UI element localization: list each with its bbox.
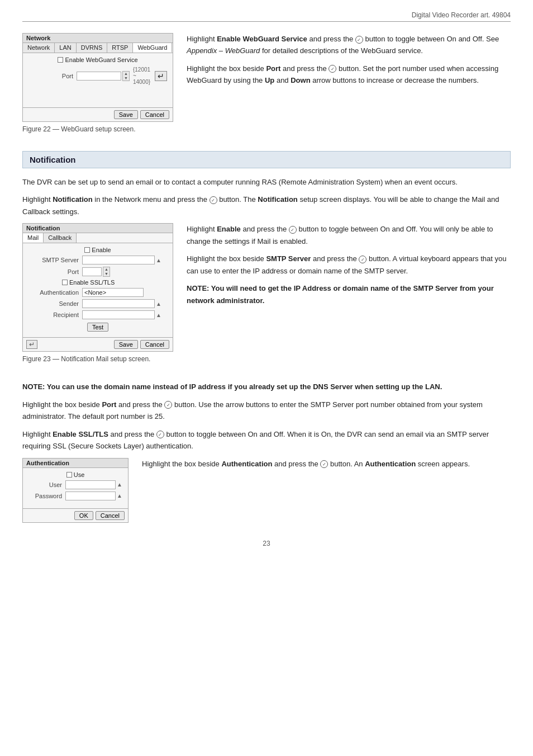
auth-desc-1: Highlight the box beside Authentication … <box>142 458 511 470</box>
notif-desc-1: Highlight Enable and press the ✓ button … <box>187 223 511 247</box>
auth-use-label: Use <box>74 471 85 478</box>
ok-icon-2: ✓ <box>329 65 336 73</box>
webguard-port-range: {12001 ~ 14000} <box>133 67 151 85</box>
notif-save-button[interactable]: Save <box>114 340 138 349</box>
auth-description: Highlight the box beside Authentication … <box>142 458 511 523</box>
auth-password-row: Password ▲ <box>28 492 122 500</box>
recipient-arrow-icon: ▲ <box>156 312 161 318</box>
page-header: Digital Video Recorder art. 49804 <box>22 11 511 22</box>
notification-tabs: Mail Callback <box>23 233 173 243</box>
auth-section: Authentication Use User ▲ Password ▲ <box>22 458 511 523</box>
ok-icon-6: ✓ <box>164 401 172 409</box>
notification-section: Notification Mail Callback Enable SMTP S… <box>22 223 511 372</box>
webguard-screen: Network Network LAN DVRNS RTSP WebGuard … <box>22 33 173 122</box>
auth-password-field[interactable] <box>65 492 116 500</box>
notif-stepper-up[interactable]: ▲ <box>103 267 110 272</box>
webguard-port-label: Port <box>28 73 73 79</box>
notification-content: Enable SMTP Server ▲ Port 25 ▲ ▼ <box>23 243 173 335</box>
ok-icon-8: ✓ <box>320 460 328 468</box>
webguard-port-row: Port 12088 ▲ ▼ {12001 ~ 14000} ↵ <box>28 67 167 85</box>
tab-webguard[interactable]: WebGuard <box>133 43 172 53</box>
auth-footer: OK Cancel <box>23 508 128 522</box>
webguard-content: Enable WebGuard Service Port 12088 ▲ ▼ {… <box>23 53 173 105</box>
notif-port-field: 25 ▲ ▼ <box>82 267 110 277</box>
webguard-desc-1: Highlight Enable WebGuard Service and pr… <box>187 33 511 57</box>
notif-test-button[interactable]: Test <box>87 323 108 332</box>
notif-desc-2: Highlight the box beside SMTP Server and… <box>187 253 511 277</box>
webguard-section: Network Network LAN DVRNS RTSP WebGuard … <box>22 33 511 142</box>
notification-figure-caption: Figure 23 — Notification Mail setup scre… <box>22 355 173 363</box>
notif-port-stepper[interactable]: ▲ ▼ <box>103 267 110 277</box>
auth-content: Use User ▲ Password ▲ <box>23 468 128 506</box>
notif-auth-row: Authentication <None> <box>28 288 167 297</box>
auth-password-label: Password <box>28 493 62 499</box>
webguard-back-arrow[interactable]: ↵ <box>155 71 167 81</box>
notif-ssl-desc: Highlight Enable SSL/TLS and press the ✓… <box>22 428 511 452</box>
webguard-cancel-button[interactable]: Cancel <box>140 110 169 119</box>
webguard-port-stepper[interactable]: ▲ ▼ <box>122 71 130 81</box>
auth-screen-title: Authentication <box>23 459 128 468</box>
notif-recipient-field[interactable] <box>82 310 155 319</box>
notif-port-row: Port 25 ▲ ▼ <box>28 267 167 277</box>
notif-ssl-label: Enable SSL/TLS <box>69 279 115 286</box>
webguard-port-field: 12088 ▲ ▼ {12001 ~ 14000} <box>77 67 151 85</box>
auth-cancel-button[interactable]: Cancel <box>96 511 125 520</box>
document-title: Digital Video Recorder art. 49804 <box>412 11 511 19</box>
auth-use-checkbox[interactable] <box>66 472 72 478</box>
notif-enable-row: Enable <box>28 247 167 253</box>
password-arrow-icon: ▲ <box>117 493 122 499</box>
notif-auth-field[interactable]: <None> <box>82 288 144 297</box>
auth-user-field[interactable] <box>65 480 116 489</box>
notif-smtp-field[interactable] <box>82 256 155 264</box>
enable-webguard-label: Enable WebGuard Service <box>65 56 137 63</box>
sender-arrow-icon: ▲ <box>156 301 161 307</box>
ok-icon-4: ✓ <box>289 226 297 234</box>
tab-mail[interactable]: Mail <box>23 233 44 243</box>
notif-recipient-label: Recipient <box>28 311 79 318</box>
webguard-desc-2: Highlight the box beside Port and press … <box>187 63 511 87</box>
stepper-up-icon[interactable]: ▲ <box>123 72 129 76</box>
notification-footer: ↵ Save Cancel <box>23 337 173 351</box>
notification-back-arrow[interactable]: ↵ <box>26 340 37 349</box>
notif-intro-2: Highlight Notification in the Network me… <box>22 193 511 218</box>
notif-ssl-checkbox[interactable] <box>62 280 68 285</box>
notification-description: Highlight Enable and press the ✓ button … <box>187 223 511 372</box>
tab-lan[interactable]: LAN <box>55 43 76 53</box>
webguard-save-button[interactable]: Save <box>114 110 138 119</box>
notification-heading: Notification <box>22 151 511 168</box>
auth-use-row: Use <box>28 471 122 478</box>
tab-network[interactable]: Network <box>23 43 55 53</box>
stepper-down-icon[interactable]: ▼ <box>123 76 129 81</box>
auth-ok-button[interactable]: OK <box>74 511 93 520</box>
webguard-screen-title: Network <box>23 34 173 43</box>
enable-webguard-row: Enable WebGuard Service <box>28 56 167 63</box>
smtp-arrow-icon: ▲ <box>156 257 161 263</box>
note-dns: NOTE: You can use the domain name instea… <box>22 381 511 393</box>
webguard-description: Highlight Enable WebGuard Service and pr… <box>187 33 511 142</box>
auth-screen: Authentication Use User ▲ Password ▲ <box>22 458 129 523</box>
notif-sender-label: Sender <box>28 300 79 307</box>
webguard-screen-container: Network Network LAN DVRNS RTSP WebGuard … <box>22 33 173 142</box>
tab-callback[interactable]: Callback <box>44 233 77 243</box>
auth-user-row: User ▲ <box>28 480 122 489</box>
notif-smtp-label: SMTP Server <box>28 257 79 263</box>
enable-webguard-checkbox[interactable] <box>58 57 63 63</box>
ok-icon-3: ✓ <box>210 196 217 204</box>
notification-screen: Notification Mail Callback Enable SMTP S… <box>22 223 173 352</box>
notif-cancel-button[interactable]: Cancel <box>140 340 169 349</box>
webguard-footer: Save Cancel <box>23 107 173 121</box>
notification-screen-title: Notification <box>23 224 173 233</box>
page-number: 23 <box>22 540 511 547</box>
webguard-port-input[interactable]: 12088 <box>77 72 121 81</box>
notif-port-label: Port <box>28 268 79 275</box>
tab-dvrns[interactable]: DVRNS <box>77 43 108 53</box>
user-arrow-icon: ▲ <box>117 481 122 488</box>
notif-stepper-down[interactable]: ▼ <box>103 272 110 276</box>
notif-port-input[interactable]: 25 <box>82 267 102 276</box>
webguard-figure-caption: Figure 22 — WebGuard setup screen. <box>22 125 173 133</box>
tab-rtsp[interactable]: RTSP <box>107 43 133 53</box>
notif-enable-checkbox[interactable] <box>84 247 90 253</box>
ok-icon-1: ✓ <box>355 36 363 44</box>
notif-sender-field[interactable] <box>82 299 155 308</box>
auth-user-label: User <box>28 481 62 488</box>
